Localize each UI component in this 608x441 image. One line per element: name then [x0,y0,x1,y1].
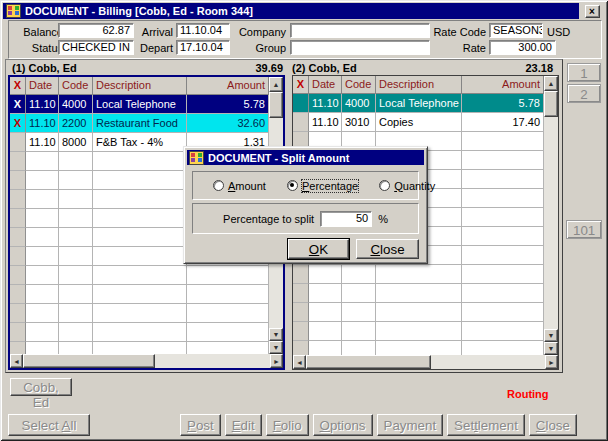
folio2-total: 23.18 [525,62,553,75]
radio-label: Quantity [394,180,435,192]
titlebar-main: DOCUMENT - Billing [Cobb, Ed - Room 344] [3,3,579,19]
scroll-right-icon[interactable]: ► [270,354,283,368]
table-row-empty[interactable] [10,285,269,304]
rate-label: Rate [417,41,486,55]
company-field[interactable] [290,23,430,38]
cell-description: F&B Tax - 4% [93,133,187,152]
horizontal-scrollbar[interactable]: ◄ ► [293,355,558,369]
cell-amount: 32.60 [187,114,269,133]
close-icon[interactable]: × [585,5,600,18]
company-label: Company [231,25,286,39]
folio1-header: (1) Cobb, Ed 39.69 [12,62,283,75]
settlement-button[interactable]: Settlement [447,414,525,436]
scrollbar-thumb[interactable] [306,355,431,369]
cell-description: Local Telephone [93,95,187,114]
balance-label: Balance [11,25,63,39]
payment-button[interactable]: Payment [377,414,444,436]
split-type-group: Amount Percentage Quantity [192,171,419,200]
scroll-down-icon[interactable]: ▼ [269,328,283,341]
edit-button[interactable]: Edit [225,414,262,436]
main-close-button[interactable]: Close [529,414,577,436]
scroll-right-icon[interactable]: ► [545,355,558,369]
arrival-field[interactable]: 11.10.04 [176,23,230,38]
table-row-empty[interactable] [10,323,269,342]
table-row-empty[interactable] [10,342,269,354]
scroll-up-icon[interactable]: ▲ [269,77,283,92]
scroll-up-icon[interactable]: ▲ [544,76,558,91]
dialog-titlebar: DOCUMENT - Split Amount [187,150,424,165]
vertical-scrollbar[interactable]: ▲ ▼ ▼ [544,76,558,355]
rate-field[interactable]: 300.00 [489,40,556,55]
tab-cobb-ed[interactable]: Cobb, Ed [10,378,72,396]
scroll-to-end-icon[interactable]: ▼ [544,342,558,355]
cell-description: Copies [376,113,462,132]
table-row[interactable]: 11.10 4000 Local Telephone 5.78 [293,94,544,113]
folio-button[interactable]: Folio [266,414,309,436]
cell-date: 11.10 [309,94,342,113]
table-row-empty[interactable] [293,284,544,303]
folio1-grid-header: X Date Code Description Amount [10,77,269,95]
scrollbar-track[interactable] [155,354,270,368]
table-row[interactable]: X 11.10 4000 Local Telephone 5.78 [10,95,269,114]
window-title: DOCUMENT - Billing [Cobb, Ed - Room 344] [25,5,253,17]
table-row-empty[interactable] [293,341,544,355]
options-button[interactable]: Options [313,414,373,436]
percentage-to-split-label: Percentage to split [223,213,314,225]
table-row[interactable]: 11.10 3010 Copies 17.40 [293,113,544,132]
folio2-grid-header: X Date Code Description Amount [293,76,544,94]
folio1-total: 39.69 [255,62,283,75]
currency-label: USD [547,25,577,39]
rate-code-field[interactable]: SEASON3 [489,23,543,38]
group-field[interactable] [290,40,430,55]
radio-percentage[interactable]: Percentage [287,180,358,192]
post-button[interactable]: Post [180,414,221,436]
select-all-button[interactable]: Select All [8,414,90,436]
table-row-empty[interactable] [10,266,269,285]
column-header-description: Description [376,76,462,94]
scrollbar-thumb[interactable] [23,354,155,368]
scroll-to-end-icon[interactable]: ▼ [269,341,283,354]
radio-icon[interactable] [379,180,390,191]
rate-code-label: Rate Code [417,25,486,39]
ok-button[interactable]: OK [288,239,349,259]
folio1-title: (1) Cobb, Ed [12,62,77,75]
radio-icon[interactable] [287,180,298,191]
depart-field[interactable]: 17.10.04 [176,40,230,55]
scrollbar-track[interactable] [431,355,545,369]
cell-mark [10,133,26,152]
cell-date: 11.10 [309,113,342,132]
table-row-empty[interactable] [10,304,269,323]
percentage-group: Percentage to split 50 % [192,203,419,234]
cell-mark [293,113,309,132]
radio-quantity[interactable]: Quantity [379,180,435,192]
scroll-down-icon[interactable]: ▼ [544,329,558,342]
titlebar-corner: × [579,3,605,19]
header-panel: Balance 62.87 Status CHECKED IN Arrival … [8,20,602,59]
percentage-input[interactable]: 50 [320,211,372,227]
scrollbar-thumb[interactable] [544,91,558,117]
action-button-row: Post Edit Folio Options Payment Settleme… [180,414,567,436]
cell-code: 3010 [342,113,376,132]
scrollbar-track[interactable] [544,117,558,329]
radio-amount[interactable]: Amount [213,180,266,192]
cell-amount: 5.78 [462,94,544,113]
table-row-empty[interactable] [293,303,544,322]
table-row-empty[interactable] [293,322,544,341]
table-row-empty[interactable] [293,265,544,284]
scroll-left-icon[interactable]: ◄ [293,355,306,369]
scroll-left-icon[interactable]: ◄ [10,354,23,368]
cell-description: Local Telephone [376,94,462,113]
group-label: Group [231,41,286,55]
dialog-title: DOCUMENT - Split Amount [208,152,349,164]
radio-icon[interactable] [213,180,224,191]
table-row[interactable]: X 11.10 2200 Restaurant Food 32.60 [10,114,269,133]
app-icon [189,151,204,165]
window101-button[interactable]: 101 [566,220,602,239]
dialog-close-button[interactable]: Close [356,239,419,259]
window1-button[interactable]: 1 [567,63,601,82]
column-header-amount: Amount [187,77,269,95]
cell-date: 11.10 [26,133,59,152]
horizontal-scrollbar[interactable]: ◄ ► [10,354,283,368]
scrollbar-thumb[interactable] [269,92,283,118]
window2-button[interactable]: 2 [567,84,601,103]
